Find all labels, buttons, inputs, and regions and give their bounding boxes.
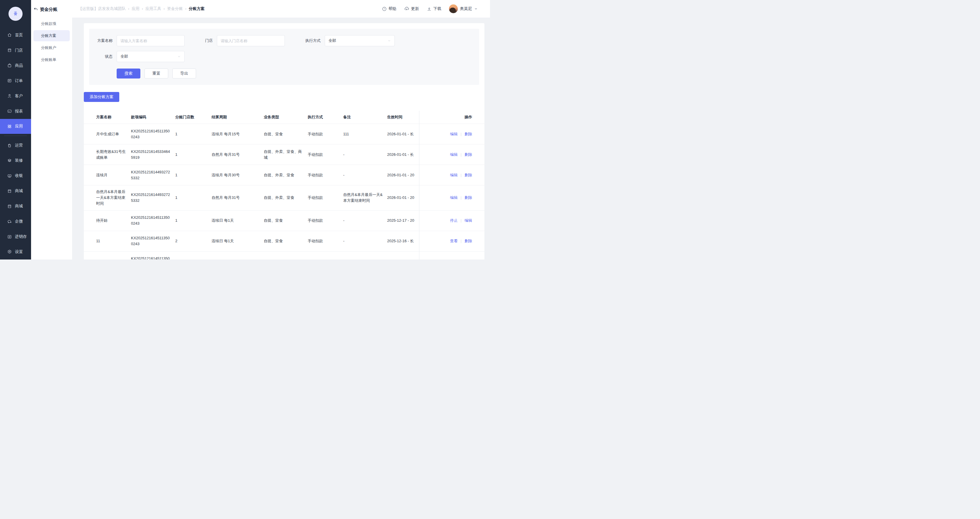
sidebar-item-product[interactable]: 商品	[0, 58, 31, 73]
order-icon	[7, 78, 12, 83]
edit-link[interactable]: 编辑	[450, 195, 458, 200]
col-remark: 备注	[343, 111, 387, 124]
table-row: 月中生成订单 KX20251216145113500243 1 连续月 每月15…	[84, 124, 484, 144]
exec-method-select[interactable]: 全部	[325, 35, 395, 46]
add-plan-button[interactable]: 添加分账方案	[84, 92, 119, 102]
storefront-icon	[7, 48, 12, 53]
sidebar-item-label: 商城	[15, 203, 23, 209]
download-button[interactable]: 下载	[427, 6, 441, 11]
sidebar-item-label: 报表	[15, 109, 23, 114]
sidebar-item-label: 应用	[15, 124, 23, 129]
apps-grid-icon	[7, 124, 12, 129]
chat-icon	[7, 219, 12, 224]
sidebar-item-customer[interactable]: 客户	[0, 89, 31, 104]
user-menu[interactable]: 奥莫尼	[449, 5, 478, 13]
avatar	[449, 5, 458, 13]
reset-button[interactable]: 重置	[145, 68, 168, 78]
logo	[0, 0, 31, 27]
breadcrumb-apps[interactable]: 应用	[132, 6, 140, 11]
home-icon	[7, 33, 12, 38]
delete-link[interactable]: 删除	[465, 152, 472, 157]
sidebar-item-label: 企微	[15, 219, 23, 224]
plan-name-input[interactable]	[117, 35, 185, 46]
table-row: 自然月&本月最后一天&本方案结束时间 KX2025121614493272533…	[84, 186, 484, 210]
chevron-down-icon	[177, 55, 181, 58]
exec-method-label: 执行方式	[305, 38, 321, 43]
submenu-title-text: 资金分账	[40, 7, 57, 12]
export-button[interactable]: 导出	[172, 68, 196, 78]
col-code: 款项编码	[131, 111, 175, 124]
table-header: 方案名称 款项编码 分账门店数 结算周期 业务类型 执行方式 备注 生效时间 操…	[84, 111, 484, 124]
svg-text:¥: ¥	[9, 175, 10, 176]
customer-icon	[7, 94, 12, 98]
sidebar-item-cashier[interactable]: ¥ 收银	[0, 168, 31, 183]
user-name: 奥莫尼	[460, 6, 472, 11]
delete-link[interactable]: 删除	[465, 195, 472, 200]
breadcrumb-team[interactable]: 【运营版】店发发岛城团队	[78, 6, 126, 11]
submenu-item-split-funds[interactable]: 分账款项	[33, 18, 70, 29]
status-select[interactable]: 全部	[117, 51, 185, 62]
sidebar-item-mall-2[interactable]: 商城	[0, 198, 31, 214]
sidebar-item-inventory[interactable]: 进销存	[0, 229, 31, 244]
sidebar-item-decorate[interactable]: 装修	[0, 153, 31, 168]
stop-link[interactable]: 停止	[450, 218, 458, 222]
sidebar-item-operation[interactable]: 运营	[0, 138, 31, 153]
table-row: 11 KX20251216145113500243 2 连续日 每1天 自提、堂…	[84, 231, 484, 252]
settings-icon	[7, 249, 12, 254]
submenu-item-split-bill[interactable]: 分账账单	[33, 54, 70, 65]
cloud-update-icon	[404, 6, 409, 11]
edit-link[interactable]: 编辑	[450, 173, 458, 177]
col-exec-method: 执行方式	[308, 111, 343, 124]
breadcrumb-app-tools[interactable]: 应用工具	[145, 6, 161, 11]
sidebar-item-settings[interactable]: 设置	[0, 244, 31, 259]
breadcrumb-fund-split[interactable]: 资金分账	[167, 6, 183, 11]
col-effective-time: 生效时间	[387, 111, 419, 124]
sidebar-item-label: 商品	[15, 63, 23, 68]
storefront-icon	[7, 189, 12, 194]
edit-link[interactable]: 编辑	[465, 218, 472, 222]
filter-panel: 方案名称 门店 执行方式 全部	[89, 29, 479, 85]
table-row: 长期有效&31号生成账单 KX20251216145334645919 1 自然…	[84, 144, 484, 165]
delete-link[interactable]: 删除	[465, 173, 472, 177]
sidebar-item-order[interactable]: 订单	[0, 73, 31, 89]
inventory-icon	[7, 234, 12, 239]
sidebar-item-label: 设置	[15, 249, 23, 254]
topbar: 【运营版】店发发岛城团队 › 应用 › 应用工具 › 资金分账 › 分账方案 ?…	[72, 0, 490, 17]
breadcrumb-current: 分账方案	[189, 6, 205, 11]
update-button[interactable]: 更新	[404, 6, 419, 11]
download-icon	[427, 6, 432, 11]
sidebar-item-label: 首页	[15, 33, 23, 38]
store-label: 门店	[205, 38, 213, 43]
undo-back-icon[interactable]	[33, 7, 38, 12]
submenu-item-split-account[interactable]: 分账账户	[33, 42, 70, 53]
sidebar-item-home[interactable]: 首页	[0, 27, 31, 43]
col-cycle: 结算周期	[212, 111, 264, 124]
submenu-item-split-plan[interactable]: 分账方案	[33, 30, 70, 41]
submenu-title: 资金分账	[31, 5, 72, 13]
svg-text:?: ?	[383, 8, 385, 10]
search-button[interactable]: 搜索	[117, 68, 140, 78]
store-input[interactable]	[217, 35, 285, 46]
sidebar-item-apps[interactable]: 应用	[0, 119, 31, 134]
edit-link[interactable]: 编辑	[450, 132, 458, 136]
help-button[interactable]: ? 帮助	[382, 6, 396, 11]
sidebar-item-label: 进销存	[15, 234, 27, 239]
plan-table: 方案名称 款项编码 分账门店数 结算周期 业务类型 执行方式 备注 生效时间 操…	[84, 111, 484, 259]
chevron-down-icon	[474, 7, 478, 11]
cashier-icon: ¥	[7, 173, 12, 178]
sidebar-item-wecom[interactable]: 企微	[0, 214, 31, 229]
sidebar-item-mall-1[interactable]: 商城	[0, 183, 31, 198]
primary-sidebar: 首页 门店 商品 订单 客户 报表 应用 运营	[0, 0, 31, 259]
view-link[interactable]: 查看	[450, 239, 458, 243]
sidebar-item-report[interactable]: 报表	[0, 104, 31, 119]
sidebar-item-label: 收银	[15, 173, 23, 178]
delete-link[interactable]: 删除	[465, 132, 472, 136]
col-plan-name: 方案名称	[96, 111, 131, 124]
plan-card: 方案名称 门店 执行方式 全部	[84, 23, 484, 259]
table-row: 连续月 KX20251216144932725332 1 连续月 每月30号 自…	[84, 165, 484, 186]
delete-link[interactable]: 删除	[465, 239, 472, 243]
app-root: 首页 门店 商品 订单 客户 报表 应用 运营	[0, 0, 490, 259]
edit-link[interactable]: 编辑	[450, 152, 458, 157]
sidebar-item-store[interactable]: 门店	[0, 43, 31, 58]
help-icon: ?	[382, 6, 387, 11]
